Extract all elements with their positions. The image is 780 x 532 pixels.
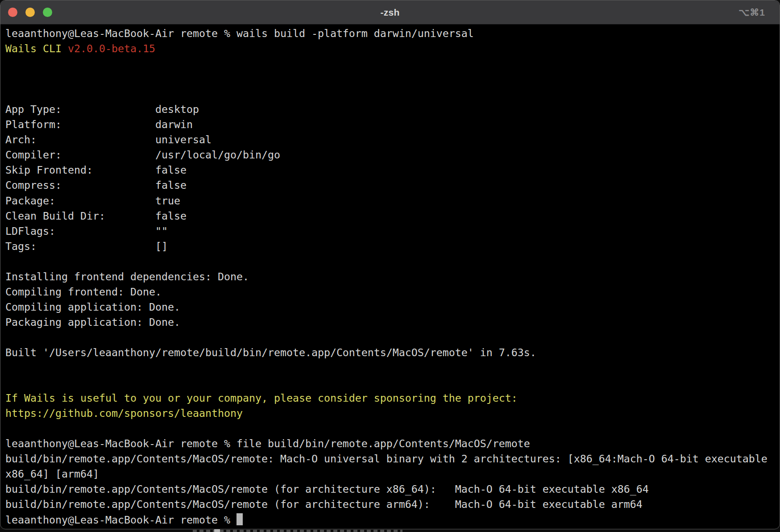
text-segment: leaanthony@Leas-MacBook-Air remote % wai… xyxy=(5,27,474,39)
text-segment: build/bin/remote.app/Contents/MacOS/remo… xyxy=(5,483,649,495)
terminal-cursor[interactable] xyxy=(236,513,243,525)
traffic-lights xyxy=(8,8,52,17)
text-segment: Packaging application: Done. xyxy=(5,316,180,328)
config-value: desktop xyxy=(155,103,199,115)
text-segment: Compiling application: Done. xyxy=(5,301,180,313)
blank-line xyxy=(5,71,780,87)
sponsor-message-line: If Wails is useful to you or your compan… xyxy=(5,391,780,406)
text-segment: leaanthony@Leas-MacBook-Air remote % fil… xyxy=(5,437,530,449)
text-segment: Installing frontend dependencies: Done. xyxy=(5,270,249,283)
titlebar[interactable]: -zsh ⌥⌘1 xyxy=(0,0,780,25)
config-row: Platform:darwin xyxy=(5,117,780,132)
config-value: false xyxy=(155,210,187,222)
config-value: /usr/local/go/bin/go xyxy=(155,149,280,161)
config-row: LDFlags:"" xyxy=(5,224,780,239)
prompt-command-line: leaanthony@Leas-MacBook-Air remote % wai… xyxy=(5,26,780,41)
config-row: App Type:desktop xyxy=(5,102,780,117)
config-value: [] xyxy=(155,240,168,252)
text-segment: build/bin/remote.app/Contents/MacOS/remo… xyxy=(5,453,768,465)
config-label: App Type: xyxy=(5,102,155,117)
text-segment: Built '/Users/leaanthony/remote/build/bi… xyxy=(5,346,536,358)
terminal-output[interactable]: leaanthony@Leas-MacBook-Air remote % wai… xyxy=(0,24,780,529)
minimize-button[interactable] xyxy=(25,8,35,17)
terminal-line: build/bin/remote.app/Contents/MacOS/remo… xyxy=(5,497,780,512)
config-row: Package:true xyxy=(5,193,780,208)
text-segment: Compiling frontend: Done. xyxy=(5,286,162,298)
text-segment: Wails CLI xyxy=(5,42,68,54)
text-segment: v2.0.0-beta.15 xyxy=(68,42,155,54)
sponsor-url-line: https://github.com/sponsors/leaanthony xyxy=(5,406,780,421)
background-window-highlight xyxy=(214,529,220,532)
config-row: Skip Frontend:false xyxy=(5,162,780,178)
terminal-window: -zsh ⌥⌘1 leaanthony@Leas-MacBook-Air rem… xyxy=(0,0,780,529)
config-label: Arch: xyxy=(5,132,155,147)
config-label: Package: xyxy=(5,193,155,208)
config-value: false xyxy=(155,164,187,176)
config-label: Compiler: xyxy=(5,147,155,162)
terminal-line: x86_64] [arm64] xyxy=(5,466,780,482)
build-result-line: Built '/Users/leaanthony/remote/build/bi… xyxy=(5,345,780,360)
background-window-sliver xyxy=(0,529,780,532)
blank-line xyxy=(5,254,780,269)
wails-version-line: Wails CLI v2.0.0-beta.15 xyxy=(5,41,780,56)
config-value: false xyxy=(155,179,187,191)
config-row: Compress:false xyxy=(5,178,780,193)
prompt-line: leaanthony@Leas-MacBook-Air remote % xyxy=(5,512,780,528)
blank-line xyxy=(5,56,780,71)
config-label: Tags: xyxy=(5,239,155,254)
config-label: Platform: xyxy=(5,117,155,132)
blank-line xyxy=(5,87,780,102)
text-segment: x86_64] [arm64] xyxy=(5,468,99,480)
terminal-line: build/bin/remote.app/Contents/MacOS/remo… xyxy=(5,451,780,466)
keyboard-shortcut-badge: ⌥⌘1 xyxy=(739,7,765,18)
config-row: Compiler:/usr/local/go/bin/go xyxy=(5,147,780,162)
close-button[interactable] xyxy=(8,8,17,17)
blank-line xyxy=(5,421,780,436)
window-title: -zsh xyxy=(380,7,399,18)
terminal-line: build/bin/remote.app/Contents/MacOS/remo… xyxy=(5,482,780,497)
terminal-line: Packaging application: Done. xyxy=(5,315,780,330)
sponsor-url[interactable]: https://github.com/sponsors/leaanthony xyxy=(5,407,243,419)
terminal-line: Compiling application: Done. xyxy=(5,299,780,315)
config-label: Clean Build Dir: xyxy=(5,208,155,224)
config-value: universal xyxy=(155,133,212,145)
config-label: Skip Frontend: xyxy=(5,162,155,178)
background-window-text xyxy=(193,530,402,532)
config-label: LDFlags: xyxy=(5,224,155,239)
terminal-line: Installing frontend dependencies: Done. xyxy=(5,269,780,284)
config-value: "" xyxy=(155,225,168,237)
config-row: Arch:universal xyxy=(5,132,780,147)
blank-line xyxy=(5,375,780,391)
zoom-button[interactable] xyxy=(43,8,52,17)
config-row: Clean Build Dir:false xyxy=(5,208,780,224)
blank-line xyxy=(5,330,780,345)
text-segment: build/bin/remote.app/Contents/MacOS/remo… xyxy=(5,498,643,510)
prompt-command-line: leaanthony@Leas-MacBook-Air remote % fil… xyxy=(5,436,780,451)
config-label: Compress: xyxy=(5,178,155,193)
config-row: Tags:[] xyxy=(5,239,780,254)
config-value: true xyxy=(155,195,180,207)
text-segment: If Wails is useful to you or your compan… xyxy=(5,392,518,404)
config-value: darwin xyxy=(155,118,193,130)
text-segment: leaanthony@Leas-MacBook-Air remote % xyxy=(5,514,236,526)
terminal-line: Compiling frontend: Done. xyxy=(5,284,780,299)
blank-line xyxy=(5,360,780,375)
